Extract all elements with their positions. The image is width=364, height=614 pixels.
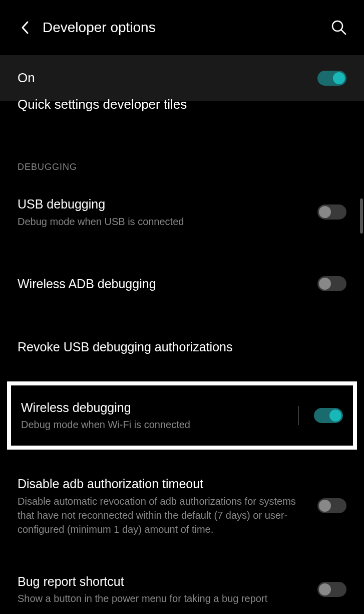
setting-text: Bug report shortcut Show a button in the…: [18, 573, 317, 606]
setting-text: USB debugging Debug mode when USB is con…: [18, 196, 317, 229]
master-toggle[interactable]: [317, 71, 346, 86]
partial-setting-item[interactable]: Quick settings developer tiles: [0, 97, 364, 112]
setting-title: Wireless ADB debugging: [18, 276, 307, 292]
setting-wireless-debugging[interactable]: Wireless debugging Debug mode when Wi-Fi…: [11, 385, 353, 446]
usb-debugging-toggle[interactable]: [317, 204, 346, 220]
header-bar: Developer options: [0, 0, 364, 55]
master-toggle-row[interactable]: On: [0, 55, 364, 101]
search-button[interactable]: [329, 18, 349, 38]
setting-subtitle: Disable automatic revocation of adb auth…: [18, 494, 307, 536]
setting-title: Revoke USB debugging authorizations: [18, 339, 336, 355]
svg-line-1: [341, 30, 345, 34]
section-header-debugging: DEBUGGING: [0, 162, 364, 172]
toggle-knob: [319, 500, 331, 512]
settings-list: Quick settings developer tiles DEBUGGING…: [0, 97, 364, 614]
wireless-debugging-toggle[interactable]: [314, 408, 343, 423]
chevron-left-icon: [21, 21, 30, 35]
setting-subtitle: Debug mode when Wi-Fi is connected: [21, 418, 288, 432]
setting-usb-debugging[interactable]: USB debugging Debug mode when USB is con…: [0, 185, 364, 240]
setting-revoke-usb[interactable]: Revoke USB debugging authorizations: [0, 328, 364, 366]
toggle-knob: [329, 410, 341, 422]
toggle-knob: [319, 206, 331, 218]
setting-text: Wireless ADB debugging: [18, 276, 317, 292]
setting-disable-adb-timeout[interactable]: Disable adb authorization timeout Disabl…: [0, 465, 364, 547]
setting-subtitle: Debug mode when USB is connected: [18, 215, 307, 229]
page-title: Developer options: [43, 20, 329, 36]
disable-adb-timeout-toggle[interactable]: [317, 498, 346, 513]
setting-title: Bug report shortcut: [18, 573, 307, 590]
setting-subtitle: Show a button in the power menu for taki…: [18, 591, 307, 605]
setting-wireless-adb[interactable]: Wireless ADB debugging: [0, 265, 364, 303]
setting-title: Disable adb authorization timeout: [18, 476, 307, 492]
setting-text: Revoke USB debugging authorizations: [18, 339, 346, 355]
back-button[interactable]: [15, 18, 35, 38]
highlighted-setting: Wireless debugging Debug mode when Wi-Fi…: [7, 381, 357, 450]
setting-title: USB debugging: [18, 196, 307, 213]
setting-text: Disable adb authorization timeout Disabl…: [18, 476, 317, 536]
svg-point-0: [332, 21, 342, 31]
master-toggle-label: On: [18, 70, 35, 86]
toggle-knob: [333, 72, 345, 84]
setting-title: Wireless debugging: [21, 399, 288, 416]
setting-text: Wireless debugging Debug mode when Wi-Fi…: [21, 399, 298, 432]
scrollbar[interactable]: [360, 198, 363, 234]
search-icon: [331, 20, 347, 36]
wireless-adb-toggle[interactable]: [317, 276, 346, 291]
toggle-knob: [319, 278, 331, 290]
bug-report-toggle[interactable]: [317, 582, 346, 597]
setting-bug-report[interactable]: Bug report shortcut Show a button in the…: [0, 562, 364, 615]
toggle-knob: [319, 583, 331, 595]
